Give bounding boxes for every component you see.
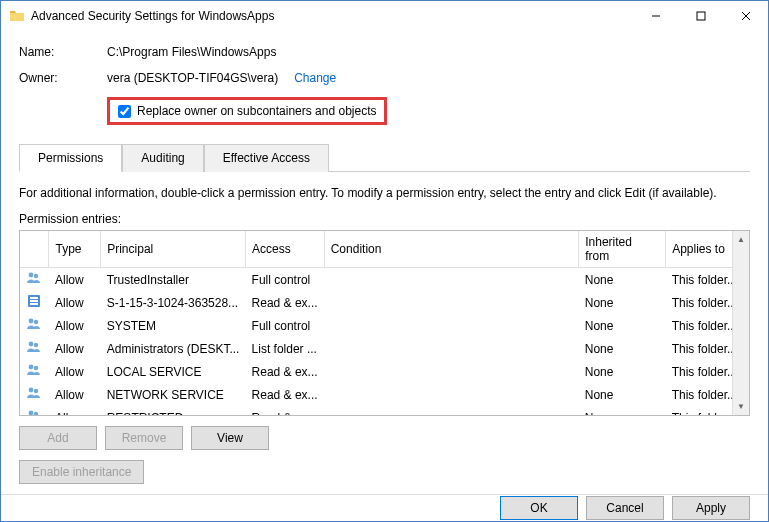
scroll-down-icon[interactable]: ▼ [733, 398, 750, 415]
replace-owner-checkbox[interactable] [118, 105, 131, 118]
svg-point-12 [29, 342, 34, 347]
name-label: Name: [19, 45, 107, 59]
cell-access: Read & ex... [246, 360, 325, 383]
vertical-scrollbar[interactable]: ▲ ▼ [732, 231, 749, 415]
col-type[interactable]: Type [49, 231, 101, 268]
cell-inherited: None [579, 406, 666, 416]
dialog-footer: OK Cancel Apply [1, 494, 768, 521]
cell-access: Read & ex... [246, 291, 325, 314]
cell-principal: SYSTEM [101, 314, 246, 337]
col-access[interactable]: Access [246, 231, 325, 268]
cell-condition [324, 268, 579, 292]
svg-point-15 [34, 366, 38, 370]
cell-access: List folder ... [246, 337, 325, 360]
table-row[interactable]: AllowSYSTEMFull controlNoneThis folder..… [20, 314, 749, 337]
cell-principal: S-1-15-3-1024-363528... [101, 291, 246, 314]
minimize-button[interactable] [633, 1, 678, 31]
cell-inherited: None [579, 383, 666, 406]
folder-icon [9, 8, 25, 24]
cell-principal: NETWORK SERVICE [101, 383, 246, 406]
package-icon [26, 293, 42, 309]
users-icon [26, 362, 42, 378]
col-condition[interactable]: Condition [324, 231, 579, 268]
cell-type: Allow [49, 337, 101, 360]
table-row[interactable]: AllowRESTRICTEDRead & ex...NoneThis fold… [20, 406, 749, 416]
change-owner-link[interactable]: Change [294, 71, 336, 85]
svg-point-4 [29, 273, 34, 278]
cell-inherited: None [579, 337, 666, 360]
svg-rect-1 [697, 12, 705, 20]
col-principal[interactable]: Principal [101, 231, 246, 268]
content-area: Name: C:\Program Files\WindowsApps Owner… [1, 31, 768, 494]
permission-table: Type Principal Access Condition Inherite… [20, 231, 749, 416]
maximize-button[interactable] [678, 1, 723, 31]
svg-point-18 [29, 411, 34, 416]
users-icon [26, 408, 42, 416]
close-button[interactable] [723, 1, 768, 31]
cell-type: Allow [49, 291, 101, 314]
remove-button[interactable]: Remove [105, 426, 183, 450]
cell-inherited: None [579, 291, 666, 314]
table-row[interactable]: AllowNETWORK SERVICERead & ex...NoneThis… [20, 383, 749, 406]
cell-principal: LOCAL SERVICE [101, 360, 246, 383]
col-inherited[interactable]: Inherited from [579, 231, 666, 268]
svg-point-11 [34, 320, 38, 324]
info-text: For additional information, double-click… [19, 186, 750, 200]
entry-buttons: Add Remove View [19, 426, 750, 450]
replace-owner-label: Replace owner on subcontainers and objec… [137, 104, 376, 118]
svg-point-14 [29, 365, 34, 370]
view-button[interactable]: View [191, 426, 269, 450]
cell-condition [324, 291, 579, 314]
cell-type: Allow [49, 406, 101, 416]
cell-principal: RESTRICTED [101, 406, 246, 416]
enable-inheritance-button[interactable]: Enable inheritance [19, 460, 144, 484]
cell-access: Read & ex... [246, 383, 325, 406]
window-title: Advanced Security Settings for WindowsAp… [31, 9, 633, 23]
table-row[interactable]: AllowS-1-15-3-1024-363528...Read & ex...… [20, 291, 749, 314]
svg-point-13 [34, 343, 38, 347]
svg-rect-9 [30, 303, 38, 305]
owner-label: Owner: [19, 71, 107, 85]
tab-auditing[interactable]: Auditing [122, 144, 203, 172]
cell-inherited: None [579, 314, 666, 337]
cell-condition [324, 383, 579, 406]
cell-access: Full control [246, 314, 325, 337]
cell-type: Allow [49, 360, 101, 383]
cell-inherited: None [579, 268, 666, 292]
titlebar: Advanced Security Settings for WindowsAp… [1, 1, 768, 31]
name-value: C:\Program Files\WindowsApps [107, 45, 276, 59]
svg-point-5 [34, 274, 38, 278]
cell-condition [324, 406, 579, 416]
svg-point-10 [29, 319, 34, 324]
tab-effective-access[interactable]: Effective Access [204, 144, 329, 172]
cell-inherited: None [579, 360, 666, 383]
cell-condition [324, 337, 579, 360]
users-icon [26, 270, 42, 286]
cell-condition [324, 314, 579, 337]
inheritance-row: Enable inheritance [19, 460, 750, 484]
tab-permissions[interactable]: Permissions [19, 144, 122, 172]
add-button[interactable]: Add [19, 426, 97, 450]
svg-point-19 [34, 412, 38, 416]
cancel-button[interactable]: Cancel [586, 496, 664, 520]
cell-access: Read & ex... [246, 406, 325, 416]
col-icon[interactable] [20, 231, 49, 268]
owner-value: vera (DESKTOP-TIF04GS\vera) [107, 71, 278, 85]
users-icon [26, 339, 42, 355]
security-settings-window: Advanced Security Settings for WindowsAp… [0, 0, 769, 522]
svg-point-16 [29, 388, 34, 393]
svg-point-17 [34, 389, 38, 393]
cell-principal: TrustedInstaller [101, 268, 246, 292]
table-row[interactable]: AllowAdministrators (DESKT...List folder… [20, 337, 749, 360]
scroll-up-icon[interactable]: ▲ [733, 231, 750, 248]
cell-condition [324, 360, 579, 383]
table-row[interactable]: AllowLOCAL SERVICERead & ex...NoneThis f… [20, 360, 749, 383]
svg-rect-7 [30, 297, 38, 299]
users-icon [26, 385, 42, 401]
header-info: Name: C:\Program Files\WindowsApps Owner… [19, 45, 750, 125]
tab-body: For additional information, double-click… [19, 172, 750, 484]
apply-button[interactable]: Apply [672, 496, 750, 520]
replace-owner-highlight: Replace owner on subcontainers and objec… [107, 97, 387, 125]
ok-button[interactable]: OK [500, 496, 578, 520]
table-row[interactable]: AllowTrustedInstallerFull controlNoneThi… [20, 268, 749, 292]
